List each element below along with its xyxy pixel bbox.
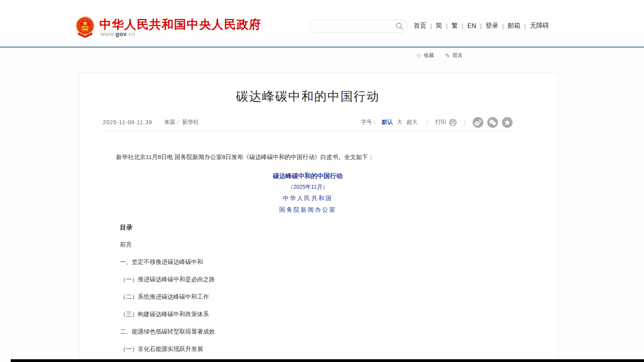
fontsize-large-button[interactable]: 大: [397, 119, 403, 126]
weibo-share-icon[interactable]: [473, 117, 483, 128]
printer-icon: [449, 119, 457, 126]
nav-separator: |: [480, 23, 482, 29]
site-url-gov: gov: [116, 30, 127, 37]
article-meta-row: 2025-11-08 11:39 来源： 新华社 字号： 默认 大 超大 | 打…: [103, 117, 513, 128]
toc-heading: 目录: [103, 223, 513, 231]
star-outline-icon: ☆: [416, 53, 421, 59]
bottom-edge-bar: [11, 359, 644, 362]
document-title: 碳达峰碳中和的中国行动: [103, 172, 513, 180]
wechat-share-icon[interactable]: [487, 117, 498, 128]
search-box: [310, 19, 408, 33]
meta-separator: |: [427, 119, 428, 125]
nav-separator: |: [524, 23, 526, 29]
search-input[interactable]: [310, 20, 391, 32]
nav-simplified[interactable]: 简: [436, 22, 442, 30]
nav-separator: |: [430, 23, 432, 29]
nav-traditional[interactable]: 繁: [452, 22, 458, 30]
message-button[interactable]: ✎ 留言: [445, 52, 463, 59]
favorite-button[interactable]: ☆ 收藏: [416, 52, 434, 59]
print-label: 打印: [435, 119, 446, 126]
message-label: 留言: [452, 52, 463, 59]
nav-separator: |: [462, 23, 464, 29]
document-date: （2025年11月）: [103, 183, 513, 191]
toc-item-section2-1: （一）非化石能源实现跃升发展: [103, 345, 513, 353]
quick-actions: ☆ 收藏 ✎ 留言: [416, 52, 463, 59]
top-nav: 首页 | 简 | 繁 | EN | 登录 | 邮箱 | 无障碍: [414, 22, 549, 30]
nav-accessibility[interactable]: 无障碍: [530, 22, 549, 30]
toc-item-section1-1: （一）推进碳达峰碳中和是必由之路: [103, 275, 513, 283]
search-button[interactable]: [391, 20, 407, 32]
meta-separator: |: [464, 119, 465, 125]
publish-date: 2025-11-08 11:39: [103, 119, 152, 125]
article-card: 碳达峰碳中和的中国行动 2025-11-08 11:39 来源： 新华社 字号：…: [80, 72, 558, 362]
table-of-contents: 前言 一、坚定不移推进碳达峰碳中和 （一）推进碳达峰碳中和是必由之路 （二）系统…: [103, 241, 513, 353]
lead-paragraph: 新华社北京11月8日电 国务院新闻办公室8日发布《碳达峰碳中和的中国行动》白皮书…: [103, 153, 513, 161]
source-label: 来源：: [164, 119, 180, 125]
search-icon: [395, 22, 403, 30]
toc-item-section2: 二、能源绿色低碳转型取得显著成效: [103, 328, 513, 335]
article-content: 碳达峰碳中和的中国行动 2025-11-08 11:39 来源： 新华社 字号：…: [80, 88, 558, 353]
site-url-cn: .cn: [127, 30, 135, 37]
document-org-line2: 国务院新闻办公室: [103, 206, 513, 214]
article-meta-right: 字号： 默认 大 超大 | 打印 |: [361, 117, 513, 128]
header-divider-line: [0, 47, 644, 47]
page-title: 碳达峰碳中和的中国行动: [103, 88, 513, 105]
fontsize-default-button[interactable]: 默认: [382, 119, 393, 126]
favorite-label: 收藏: [424, 52, 434, 59]
toc-item-section1-3: （三）构建碳达峰碳中和政策体系: [103, 310, 513, 318]
share-icons: [473, 117, 513, 128]
qzone-share-icon[interactable]: [502, 117, 513, 128]
document-org-line1: 中华人民共和国: [103, 194, 513, 202]
site-url-www: www.: [101, 30, 116, 37]
source: 来源： 新华社: [164, 119, 199, 126]
nav-login[interactable]: 登录: [486, 22, 498, 30]
nav-separator: |: [446, 23, 448, 29]
nav-separator: |: [502, 23, 504, 29]
meta-divider-line: [103, 131, 513, 131]
source-value[interactable]: 新华社: [182, 119, 199, 125]
toc-item-section1-2: （二）系统推进碳达峰碳中和工作: [103, 293, 513, 301]
national-emblem-logo[interactable]: [76, 16, 95, 38]
article-meta-left: 2025-11-08 11:39 来源： 新华社: [103, 119, 199, 126]
toc-item-section1: 一、坚定不移推进碳达峰碳中和: [103, 258, 513, 266]
toc-item-preface: 前言: [103, 241, 513, 248]
site-url: www.gov.cn: [101, 30, 135, 37]
nav-home[interactable]: 首页: [414, 22, 426, 30]
nav-mail[interactable]: 邮箱: [508, 22, 521, 30]
pencil-icon: ✎: [445, 53, 450, 59]
fontsize-label: 字号：: [361, 119, 378, 126]
site-header: 中华人民共和国中央人民政府 www.gov.cn 首页 | 简 | 繁 | EN…: [0, 0, 644, 47]
nav-english[interactable]: EN: [467, 23, 476, 30]
print-button[interactable]: 打印: [435, 119, 457, 126]
fontsize-xlarge-button[interactable]: 超大: [407, 119, 418, 126]
